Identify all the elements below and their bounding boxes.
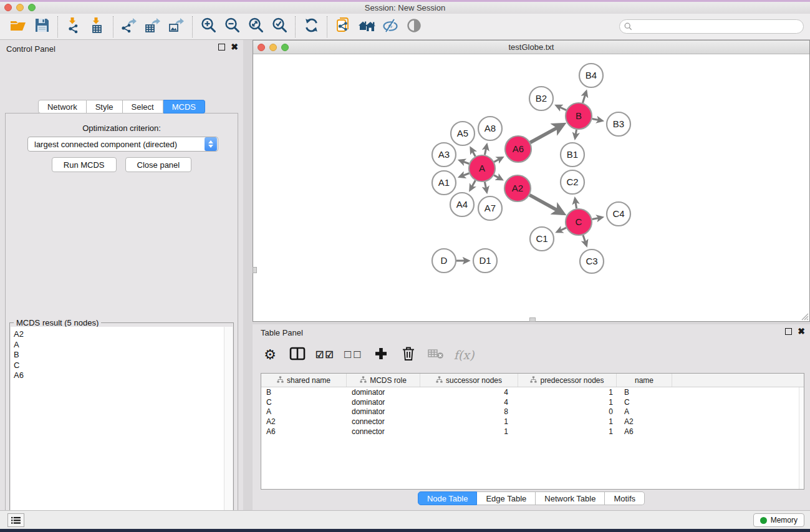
graph-node-A4[interactable]: A4 <box>450 193 474 216</box>
graph-node-C3[interactable]: C3 <box>580 249 604 273</box>
trash-button[interactable] <box>399 345 418 365</box>
column-layout-button[interactable] <box>288 345 307 365</box>
export-network-button[interactable] <box>117 16 141 37</box>
edge-A-A7[interactable] <box>485 182 486 192</box>
column-header-predecessor-nodes[interactable]: predecessor nodes <box>518 374 617 387</box>
tab-style[interactable]: Style <box>87 100 123 114</box>
deselect-all-button[interactable]: ☐☐ <box>344 345 363 365</box>
graph-node-D[interactable]: D <box>432 249 456 273</box>
edge-A-A2[interactable] <box>494 175 502 180</box>
tab-network[interactable]: Network <box>38 100 87 114</box>
graph-node-B[interactable]: B <box>566 103 592 129</box>
result-item[interactable]: C <box>14 360 224 371</box>
graph-node-A3[interactable]: A3 <box>432 143 456 167</box>
result-item[interactable]: A <box>14 340 224 351</box>
resize-grip-icon[interactable] <box>799 311 809 321</box>
eye-button[interactable] <box>402 16 426 37</box>
network-zoom-button[interactable] <box>281 44 289 51</box>
table-scrollbar[interactable] <box>799 387 804 489</box>
network-minimize-button[interactable] <box>269 44 277 51</box>
network-close-button[interactable] <box>258 44 265 51</box>
edge-A-A6[interactable] <box>494 158 502 162</box>
column-header-shared-name[interactable]: shared name <box>261 374 347 387</box>
edge-A-A3[interactable] <box>460 160 469 163</box>
graph-node-A5[interactable]: A5 <box>451 122 475 145</box>
graph-node-B4[interactable]: B4 <box>579 64 603 87</box>
table-float-panel-icon[interactable] <box>785 328 792 335</box>
open-folder-button[interactable] <box>6 16 30 37</box>
graph-node-A7[interactable]: A7 <box>478 196 502 220</box>
gear-button[interactable]: ⚙ <box>261 345 279 365</box>
tab-select[interactable]: Select <box>123 100 163 114</box>
graph-node-C[interactable]: C <box>566 209 592 235</box>
graph-node-B2[interactable]: B2 <box>529 87 553 110</box>
table-row[interactable]: Adominator80A <box>261 407 804 417</box>
zoom-fit-button[interactable] <box>244 16 268 37</box>
graph-node-A6[interactable]: A6 <box>505 136 531 162</box>
column-header-MCDS-role[interactable]: MCDS role <box>347 374 420 387</box>
export-table-button[interactable] <box>141 16 165 37</box>
canvas-hscroll-thumb[interactable] <box>529 317 536 322</box>
table-row[interactable]: A6connector11A6 <box>261 427 804 437</box>
zoom-selected-button[interactable] <box>268 16 291 37</box>
canvas-vscroll-thumb[interactable] <box>253 267 257 273</box>
document-network-button[interactable] <box>331 16 355 37</box>
edge-B-B3[interactable] <box>592 118 602 120</box>
edge-A-A4[interactable] <box>470 180 475 190</box>
column-header-name[interactable]: name <box>617 374 672 387</box>
zoom-window-button[interactable] <box>28 4 36 11</box>
edge-A6-B[interactable] <box>530 125 562 143</box>
table-row[interactable]: Cdominator41C <box>261 397 804 407</box>
float-panel-icon[interactable] <box>218 44 225 51</box>
table-row[interactable]: A2connector11A2 <box>261 417 804 427</box>
edge-C-C1[interactable] <box>557 228 566 232</box>
refresh-layout-button[interactable] <box>299 16 323 37</box>
network-canvas[interactable]: B4B2BB3A8A5A6A3B1AA1C2A2A4A7C4CC1C3DD1 <box>254 55 809 321</box>
tab-motifs[interactable]: Motifs <box>605 491 645 505</box>
edge-B-B4[interactable] <box>583 92 587 103</box>
edge-C-C2[interactable] <box>575 199 576 209</box>
zoom-out-button[interactable] <box>220 16 244 37</box>
result-scrollbar[interactable] <box>224 327 233 532</box>
graph-node-B3[interactable]: B3 <box>607 112 630 136</box>
export-image-button[interactable] <box>165 16 188 37</box>
result-item[interactable]: A6 <box>14 370 224 381</box>
tab-mcds[interactable]: MCDS <box>163 100 205 114</box>
result-item[interactable]: B <box>14 350 224 360</box>
graph-node-C1[interactable]: C1 <box>530 227 554 251</box>
graph-node-C4[interactable]: C4 <box>607 202 630 226</box>
edge-C-C4[interactable] <box>592 217 602 219</box>
zoom-in-button[interactable] <box>196 16 220 37</box>
graph-node-A[interactable]: A <box>469 155 495 181</box>
graph-node-D1[interactable]: D1 <box>473 249 497 273</box>
eye-slash-button[interactable] <box>378 16 402 37</box>
graph-node-C2[interactable]: C2 <box>561 170 584 194</box>
graph-node-A2[interactable]: A2 <box>504 175 531 201</box>
minimize-window-button[interactable] <box>16 4 24 11</box>
edge-B-B1[interactable] <box>575 130 576 138</box>
add-button[interactable] <box>372 345 390 365</box>
table-close-panel-icon[interactable]: ✖ <box>798 328 805 335</box>
edge-A2-C[interactable] <box>529 195 562 213</box>
close-window-button[interactable] <box>4 4 12 11</box>
import-network-button[interactable] <box>62 16 85 37</box>
edge-A-A8[interactable] <box>485 145 486 155</box>
tab-node-table[interactable]: Node Table <box>418 491 478 505</box>
edge-A-A1[interactable] <box>460 173 469 177</box>
network-window-titlebar[interactable]: testGlobe.txt <box>253 41 809 54</box>
close-panel-icon[interactable]: ✖ <box>231 44 238 51</box>
import-table-button[interactable] <box>85 16 109 37</box>
task-history-button[interactable] <box>7 513 24 527</box>
select-all-button[interactable]: ☑☑ <box>316 345 335 365</box>
edge-A-A5[interactable] <box>471 148 475 157</box>
memory-button[interactable]: Memory <box>753 513 804 527</box>
result-item[interactable]: A2 <box>14 329 224 340</box>
tab-edge-table[interactable]: Edge Table <box>477 491 536 505</box>
graph-node-B1[interactable]: B1 <box>561 143 584 167</box>
graph-node-A1[interactable]: A1 <box>432 171 456 195</box>
column-header-successor-nodes[interactable]: successor nodes <box>420 374 518 387</box>
table-row[interactable]: Bdominator41B <box>261 387 804 397</box>
graph-node-A8[interactable]: A8 <box>478 117 502 140</box>
close-panel-button[interactable]: Close panel <box>125 157 192 172</box>
criterion-select[interactable]: largest connected component (directed) <box>27 137 218 152</box>
